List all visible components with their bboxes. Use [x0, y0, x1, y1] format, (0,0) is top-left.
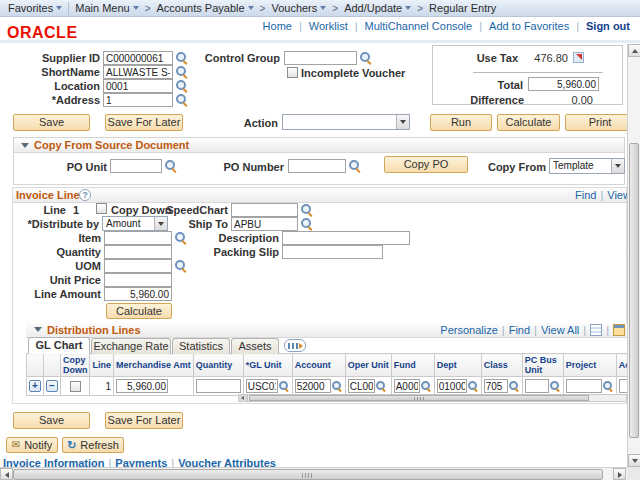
tab-gl-chart[interactable]: GL Chart: [28, 337, 90, 354]
dept-lookup-icon[interactable]: [467, 380, 479, 393]
save-button[interactable]: Save: [13, 114, 90, 131]
link-separator: |: [606, 324, 609, 336]
location-field[interactable]: [103, 79, 173, 93]
dept-field[interactable]: [437, 379, 467, 393]
action-select[interactable]: [282, 114, 410, 130]
notify-button[interactable]: ✉ Notify: [6, 437, 58, 453]
project-lookup-icon[interactable]: [602, 380, 614, 393]
item-lookup-icon[interactable]: [174, 231, 187, 244]
scroll-down-icon[interactable]: [628, 454, 640, 467]
collapse-triangle-icon[interactable]: [21, 143, 29, 148]
main-menu[interactable]: Main Menu: [75, 2, 138, 14]
packing-slip-field[interactable]: [282, 245, 383, 259]
supplier-id-field[interactable]: [103, 51, 173, 65]
ship-to-lookup-icon[interactable]: [300, 217, 313, 230]
calculate-button[interactable]: Calculate: [497, 114, 560, 131]
download-grid-icon[interactable]: [590, 324, 602, 336]
horizontal-scrollbar[interactable]: [0, 467, 627, 480]
fund-lookup-icon[interactable]: [420, 380, 432, 393]
po-number-field[interactable]: [288, 159, 346, 173]
po-number-lookup-icon[interactable]: [348, 159, 361, 172]
favorites-menu[interactable]: Favorites: [8, 2, 62, 14]
merchandise-amt-field[interactable]: [116, 379, 168, 393]
save-for-later-button[interactable]: Save For Later: [105, 114, 183, 131]
scroll-up-icon[interactable]: [628, 44, 640, 57]
vertical-scrollbar-thumb[interactable]: [629, 143, 639, 438]
account-field[interactable]: [295, 379, 331, 393]
show-all-columns-icon[interactable]: [284, 339, 306, 352]
scroll-left-icon[interactable]: [0, 468, 13, 480]
total-field[interactable]: [528, 77, 599, 91]
address-field[interactable]: [103, 93, 173, 107]
row-copy-down-checkbox[interactable]: [70, 381, 81, 392]
po-unit-lookup-icon[interactable]: [164, 159, 177, 172]
add-to-favorites-link[interactable]: Add to Favorites: [489, 20, 569, 32]
crumb-vouchers[interactable]: Vouchers: [271, 2, 326, 14]
address-lookup-icon[interactable]: [175, 93, 188, 106]
project-field[interactable]: [566, 379, 602, 393]
delete-row-button[interactable]: −: [46, 380, 58, 392]
scroll-left-icon[interactable]: [239, 395, 248, 401]
copy-down-checkbox[interactable]: [96, 203, 107, 214]
unit-price-field[interactable]: [104, 273, 172, 287]
run-button[interactable]: Run: [430, 114, 492, 131]
tab-assets[interactable]: Assets: [231, 338, 279, 354]
po-unit-field[interactable]: [110, 159, 162, 173]
tab-exchange-rate[interactable]: Exchange Rate: [91, 338, 171, 354]
copy-from-select[interactable]: Template: [549, 158, 625, 174]
uom-field[interactable]: [104, 259, 172, 273]
grid-horizontal-scrollbar[interactable]: [238, 394, 627, 402]
speedchart-field[interactable]: [231, 203, 298, 217]
shortname-lookup-icon[interactable]: [175, 65, 188, 78]
add-row-button[interactable]: +: [29, 380, 41, 392]
control-group-field[interactable]: [284, 51, 357, 65]
location-lookup-icon[interactable]: [175, 79, 188, 92]
sign-out-link[interactable]: Sign out: [586, 20, 630, 32]
gl-unit-field[interactable]: [246, 379, 278, 393]
crumb-accounts-payable[interactable]: Accounts Payable: [157, 2, 254, 14]
copy-po-button[interactable]: Copy PO: [384, 156, 468, 173]
class-lookup-icon[interactable]: [508, 380, 520, 393]
fund-field[interactable]: [394, 379, 420, 393]
grid-scrollbar-thumb[interactable]: [249, 395, 589, 401]
item-field[interactable]: [104, 231, 172, 245]
find-link[interactable]: Find: [575, 189, 596, 201]
save-button-bottom[interactable]: Save: [13, 412, 90, 429]
uom-lookup-icon[interactable]: [174, 259, 187, 272]
calculate-line-button[interactable]: Calculate: [106, 303, 172, 319]
speedchart-lookup-icon[interactable]: [300, 203, 313, 216]
print-button[interactable]: Print: [565, 114, 635, 131]
worklist-link[interactable]: Worklist: [309, 20, 348, 32]
scroll-right-icon[interactable]: [613, 468, 626, 480]
quantity-field[interactable]: [104, 245, 172, 259]
home-link[interactable]: Home: [263, 20, 292, 32]
pc-bus-unit-field[interactable]: [525, 379, 549, 393]
multichannel-console-link[interactable]: MultiChannel Console: [365, 20, 473, 32]
oper-unit-lookup-icon[interactable]: [375, 380, 387, 393]
shortname-field[interactable]: [103, 65, 173, 79]
help-icon[interactable]: ?: [79, 189, 91, 201]
tab-statistics[interactable]: Statistics: [172, 338, 230, 354]
description-field[interactable]: [282, 231, 410, 245]
incomplete-voucher-checkbox[interactable]: [287, 67, 298, 78]
view-all-link[interactable]: View All: [541, 324, 579, 336]
ship-to-field[interactable]: [231, 217, 298, 231]
control-group-lookup-icon[interactable]: [359, 51, 372, 64]
zoom-grid-icon[interactable]: [613, 324, 625, 336]
find-link[interactable]: Find: [509, 324, 530, 336]
class-field[interactable]: [484, 379, 508, 393]
crumb-add-update[interactable]: Add/Update: [344, 2, 411, 14]
refresh-button[interactable]: ↻ Refresh: [62, 437, 124, 453]
personalize-link[interactable]: Personalize: [440, 324, 497, 336]
save-for-later-button-bottom[interactable]: Save For Later: [105, 412, 183, 429]
collapse-triangle-icon[interactable]: [34, 327, 42, 332]
vertical-scrollbar[interactable]: [627, 44, 640, 467]
gl-unit-lookup-icon[interactable]: [278, 380, 290, 393]
line-amount-field[interactable]: [104, 287, 172, 301]
account-lookup-icon[interactable]: [331, 380, 343, 393]
oper-unit-field[interactable]: [348, 379, 375, 393]
row-quantity-field[interactable]: [196, 379, 241, 393]
horizontal-scrollbar-thumb[interactable]: [13, 469, 603, 480]
use-tax-drilldown-icon[interactable]: [573, 52, 584, 63]
pc-bus-unit-lookup-icon[interactable]: [549, 380, 561, 393]
